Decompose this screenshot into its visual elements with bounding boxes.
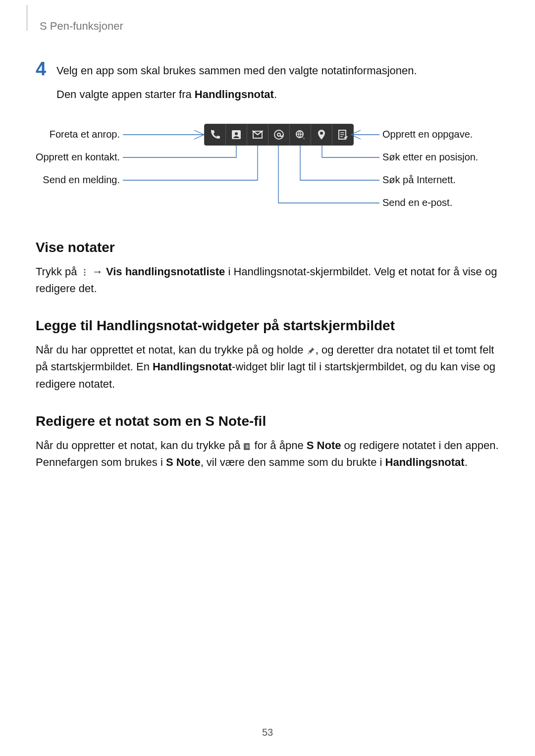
svg-line-11 bbox=[351, 135, 361, 139]
page-number: 53 bbox=[0, 727, 535, 738]
pin-icon bbox=[307, 343, 316, 352]
sec1-paragraph: Trykk på → Vis handlingsnotatliste i Han… bbox=[36, 263, 499, 297]
svg-line-8 bbox=[194, 135, 204, 139]
svg-point-13 bbox=[84, 272, 85, 273]
connector-lines bbox=[36, 120, 501, 219]
svg-point-12 bbox=[84, 269, 85, 270]
heading-snote: Redigere et notat som en S Note-fil bbox=[36, 413, 499, 429]
heading-vise-notater: Vise notater bbox=[36, 240, 499, 255]
svg-point-14 bbox=[84, 274, 85, 276]
heading-widgets: Legge til Handlingsnotat-widgeter på sta… bbox=[36, 318, 499, 334]
step-4-body: Velg en app som skal brukes sammen med d… bbox=[56, 62, 499, 110]
sec3-paragraph: Når du oppretter et notat, kan du trykke… bbox=[36, 437, 499, 471]
action-memo-figure: Foreta et anrop. Opprett en kontakt. Sen… bbox=[36, 120, 499, 219]
sec2-paragraph: Når du har opprettet et notat, kan du tr… bbox=[36, 342, 499, 392]
step-4-line-1: Velg en app som skal brukes sammen med d… bbox=[56, 62, 499, 79]
svg-line-10 bbox=[351, 130, 361, 135]
more-icon bbox=[80, 265, 89, 274]
page-header: S Pen-funksjoner bbox=[40, 20, 499, 33]
svg-line-7 bbox=[194, 130, 204, 135]
step-4-line-2: Den valgte appen starter fra Handlingsno… bbox=[56, 86, 499, 103]
svg-text:S: S bbox=[246, 444, 249, 449]
snote-icon: S bbox=[243, 439, 251, 447]
step-number-4: 4 bbox=[36, 59, 56, 78]
